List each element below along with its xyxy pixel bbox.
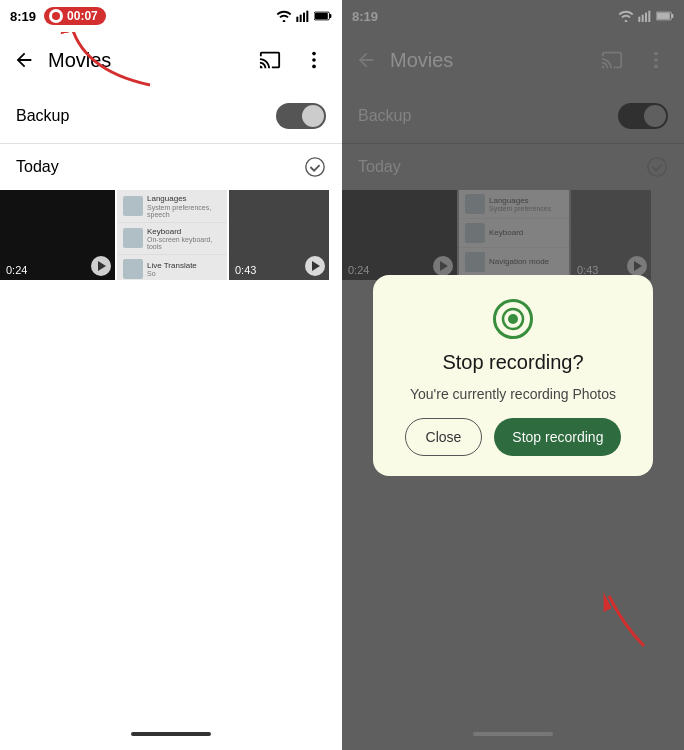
back-icon: [13, 49, 35, 71]
today-section-header: Today: [0, 144, 342, 190]
svg-rect-3: [306, 11, 308, 22]
recording-dot-inner: [52, 12, 60, 20]
svg-rect-2: [303, 13, 305, 22]
screenshot-icon-3: [123, 259, 143, 279]
stop-recording-dialog: Stop recording? You're currently recordi…: [373, 275, 653, 476]
stop-recording-button[interactable]: Stop recording: [494, 418, 621, 456]
left-app-actions: [250, 40, 334, 80]
left-panel: 8:19 00:07: [0, 0, 342, 750]
screenshot-text-1: Languages System preferences, speech: [147, 194, 221, 218]
media-row: 0:24 Languages System preferences, speec…: [0, 190, 342, 280]
check-circle-icon: [304, 156, 326, 178]
left-status-bar: 8:19 00:07: [0, 0, 342, 32]
svg-point-10: [306, 158, 324, 176]
battery-icon: [314, 10, 332, 22]
dialog-subtitle: You're currently recording Photos: [410, 386, 616, 402]
backup-label: Backup: [16, 107, 276, 125]
svg-point-8: [312, 58, 316, 62]
record-circle-icon: [501, 307, 525, 331]
recording-badge[interactable]: 00:07: [44, 7, 106, 25]
video-duration-2: 0:43: [235, 264, 256, 276]
right-panel: 8:19 Movies: [342, 0, 684, 750]
screenshot-text-3: Live Translate So: [147, 261, 197, 278]
screenshot-text-2: Keyboard On-screen keyboard, tools: [147, 227, 221, 251]
cast-button[interactable]: [250, 40, 290, 80]
close-button[interactable]: Close: [405, 418, 483, 456]
dialog-record-icon: [493, 299, 533, 339]
toggle-thumb: [302, 105, 324, 127]
left-app-title: Movies: [44, 49, 250, 72]
left-status-icons: [276, 10, 332, 22]
svg-point-9: [312, 65, 316, 69]
dialog-buttons: Close Stop recording: [405, 418, 622, 456]
back-button[interactable]: [4, 40, 44, 80]
svg-point-7: [312, 52, 316, 56]
left-nav-bar: [0, 726, 342, 750]
left-status-time: 8:19: [10, 9, 36, 24]
dialog-title: Stop recording?: [442, 351, 583, 374]
svg-rect-1: [300, 15, 302, 22]
backup-row: Backup: [0, 88, 342, 144]
video-duration: 0:24: [6, 264, 27, 276]
svg-rect-5: [329, 14, 331, 18]
today-title: Today: [16, 158, 296, 176]
left-app-bar: Movies: [0, 32, 342, 88]
left-nav-pill: [131, 732, 211, 736]
screenshot-icon-1: [123, 196, 143, 216]
cast-icon: [259, 49, 281, 71]
screenshot-icon-2: [123, 228, 143, 248]
screenshot-list: Languages System preferences, speech Key…: [117, 190, 227, 280]
svg-rect-6: [315, 13, 328, 19]
backup-toggle[interactable]: [276, 103, 326, 129]
recording-time: 00:07: [67, 9, 98, 23]
screenshot-item-3[interactable]: Live Translate So: [117, 255, 227, 280]
screenshot-item-1[interactable]: Languages System preferences, speech: [117, 190, 227, 223]
video-thumbnail-2[interactable]: 0:43: [229, 190, 329, 280]
screenshot-item-2[interactable]: Keyboard On-screen keyboard, tools: [117, 223, 227, 256]
wifi-icon: [276, 10, 292, 22]
play-button[interactable]: [91, 256, 111, 276]
recording-dot-icon: [49, 9, 63, 23]
svg-point-24: [508, 314, 518, 324]
more-button[interactable]: [294, 40, 334, 80]
svg-rect-0: [296, 17, 298, 22]
play-icon-2: [312, 261, 320, 271]
video-thumbnail[interactable]: 0:24: [0, 190, 115, 280]
dialog-overlay: Stop recording? You're currently recordi…: [342, 0, 684, 750]
play-button-2[interactable]: [305, 256, 325, 276]
play-icon: [98, 261, 106, 271]
signal-icon: [296, 10, 310, 22]
more-icon: [303, 49, 325, 71]
